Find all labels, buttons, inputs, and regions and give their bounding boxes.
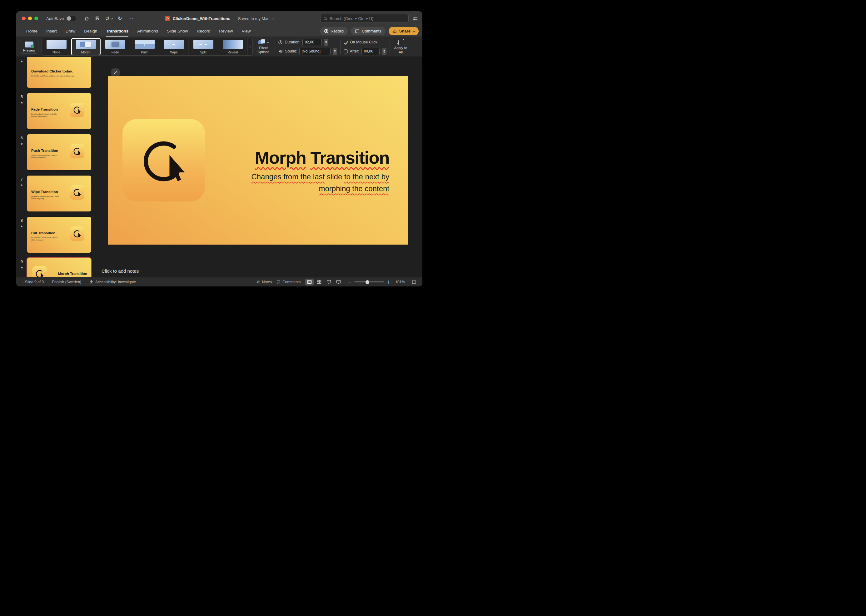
- gallery-scroll-right-button[interactable]: ›: [247, 38, 252, 55]
- zoom-out-button[interactable]: −: [347, 279, 352, 285]
- zoom-in-button[interactable]: +: [387, 279, 391, 285]
- zoom-slider[interactable]: [354, 281, 384, 282]
- transition-option-label: None: [52, 50, 60, 54]
- sound-stepper[interactable]: [333, 48, 337, 55]
- comments-toggle-button[interactable]: Comments: [277, 280, 300, 284]
- document-save-status: — Saved to my Mac: [233, 16, 269, 21]
- on-mouse-click-checkbox[interactable]: [344, 40, 348, 44]
- fullscreen-window-button[interactable]: [35, 17, 38, 20]
- transition-option-wipe[interactable]: ←Wipe: [159, 38, 189, 55]
- undo-button[interactable]: ↺: [105, 16, 112, 21]
- tab-view[interactable]: View: [242, 26, 251, 36]
- slide-row-9: 9★Morph TransitionChanges from the last …: [16, 258, 97, 277]
- reading-view-button[interactable]: [325, 279, 333, 286]
- transition-option-none[interactable]: None: [42, 38, 71, 55]
- tab-slide-show[interactable]: Slide Show: [167, 26, 188, 36]
- thumb-body: Slides in from one direction - great for…: [31, 154, 59, 159]
- transition-option-split[interactable]: ←→Split: [189, 38, 218, 55]
- slide-thumbnail-7[interactable]: Wipe TransitionReveals the new slide gra…: [27, 176, 91, 212]
- sliders-icon: [413, 16, 418, 21]
- effect-options-button[interactable]: Effect Options: [255, 39, 272, 54]
- sound-select[interactable]: [No Sound]: [299, 48, 330, 55]
- click-cursor-icon: [137, 134, 190, 187]
- accessibility-button[interactable]: Accessibility: Investigate: [90, 280, 136, 284]
- transition-option-reveal[interactable]: Reveal: [218, 38, 247, 55]
- transition-gallery-items: NoneMorphFade↑Push←Wipe←→SplitReveal: [42, 38, 247, 55]
- tab-animations[interactable]: Animations: [137, 26, 158, 36]
- redo-button[interactable]: ↻: [116, 15, 123, 22]
- ellipsis-icon: ⋯: [128, 16, 134, 21]
- tab-draw[interactable]: Draw: [66, 26, 75, 36]
- after-time-input[interactable]: 00,00: [361, 48, 380, 55]
- slide-thumbnail-8[interactable]: Cut TransitionNo animation - instant swi…: [27, 217, 91, 253]
- slide-thumbnail-6[interactable]: Push TransitionSlides in from one direct…: [27, 134, 91, 170]
- transition-option-label: Fade: [112, 50, 119, 54]
- slide-canvas[interactable]: Morph Transition Changes from the last s…: [108, 76, 408, 245]
- tab-insert[interactable]: Insert: [46, 26, 57, 36]
- duration-stepper[interactable]: [324, 39, 328, 46]
- home-button[interactable]: [83, 15, 90, 22]
- tab-review[interactable]: Review: [219, 26, 233, 36]
- transition-push-icon: ↑: [135, 40, 155, 49]
- document-title[interactable]: P ClickerDemo_WithTransitions — Saved to…: [165, 16, 273, 21]
- language-button[interactable]: English (Sweden): [52, 280, 81, 284]
- close-window-button[interactable]: [22, 17, 26, 20]
- record-label: Record: [330, 29, 344, 33]
- ribbon-divider: [390, 40, 390, 54]
- transition-option-fade[interactable]: Fade: [101, 38, 130, 55]
- zoom-slider-knob[interactable]: [366, 280, 369, 284]
- save-button[interactable]: [94, 15, 101, 22]
- autosave-label: AutoSave: [46, 16, 64, 21]
- home-icon: [84, 16, 90, 21]
- minimize-window-button[interactable]: [28, 17, 32, 20]
- click-cursor-icon: [72, 146, 82, 156]
- search-input[interactable]: Search (Cmd + Ctrl + U): [320, 14, 409, 23]
- designer-wand-button[interactable]: [111, 68, 119, 77]
- duration-input[interactable]: 02,00: [302, 39, 322, 46]
- after-stepper[interactable]: [382, 48, 387, 55]
- tab-home[interactable]: Home: [26, 26, 38, 36]
- tab-design[interactable]: Design: [84, 26, 97, 36]
- preview-button[interactable]: Preview: [20, 40, 38, 54]
- stepper-down-icon: [325, 42, 327, 44]
- apply-to-all-button[interactable]: Apply to All: [394, 39, 408, 55]
- more-commands-button[interactable]: ⋯: [127, 15, 134, 22]
- tab-record[interactable]: Record: [197, 26, 211, 36]
- notes-toggle-button[interactable]: Notes: [256, 280, 272, 284]
- plain-text: slide: [325, 173, 344, 181]
- after-checkbox[interactable]: [344, 49, 348, 53]
- click-cursor-icon: [72, 188, 82, 197]
- autosave-control: AutoSave: [46, 16, 76, 21]
- slide-sorter-view-button[interactable]: [315, 279, 323, 286]
- slide-title: Morph Transition: [251, 148, 389, 167]
- notes-pane[interactable]: Click to add notes: [97, 260, 422, 273]
- toolbar-options-button[interactable]: [412, 15, 419, 22]
- click-icon-tile-small: [70, 185, 84, 200]
- slide-text-block[interactable]: Morph Transition Changes from the last s…: [251, 148, 389, 194]
- thumb-body: On the Mac- and iPhone AppStore or via h…: [31, 75, 81, 77]
- record-icon: [324, 29, 328, 33]
- normal-view-button[interactable]: [305, 279, 314, 286]
- slide-thumbnail-5[interactable]: Fade TransitionSmooth and professional -…: [27, 93, 91, 129]
- comments-button[interactable]: Comments: [351, 27, 385, 35]
- share-button[interactable]: Share: [389, 27, 419, 35]
- ribbon-divider: [340, 40, 341, 54]
- transition-option-morph[interactable]: Morph: [71, 38, 101, 55]
- transition-option-push[interactable]: ↑Push: [130, 38, 159, 55]
- stepper-down-icon: [383, 52, 385, 53]
- tab-transitions[interactable]: Transitions: [106, 26, 128, 36]
- slide-thumbnail-9[interactable]: Morph TransitionChanges from the last sl…: [27, 258, 91, 277]
- autosave-toggle[interactable]: [66, 16, 76, 21]
- ribbon-tab-row: HomeInsertDrawDesignTransitionsAnimation…: [16, 26, 422, 37]
- document-title-chevron-icon: [272, 17, 274, 19]
- stepper-down-icon: [334, 52, 336, 53]
- apply-to-all-label: Apply to All: [394, 46, 408, 55]
- slideshow-view-button[interactable]: [334, 279, 343, 286]
- plain-text: [306, 148, 310, 167]
- zoom-percentage[interactable]: 101%: [395, 280, 405, 284]
- slide-number: 6: [20, 136, 23, 140]
- fit-slide-to-window-button[interactable]: [410, 279, 418, 286]
- record-button[interactable]: Record: [320, 27, 348, 35]
- click-icon-tile[interactable]: [123, 119, 205, 201]
- slide-thumbnail-4[interactable]: Download Clicker today.On the Mac- and i…: [27, 57, 91, 88]
